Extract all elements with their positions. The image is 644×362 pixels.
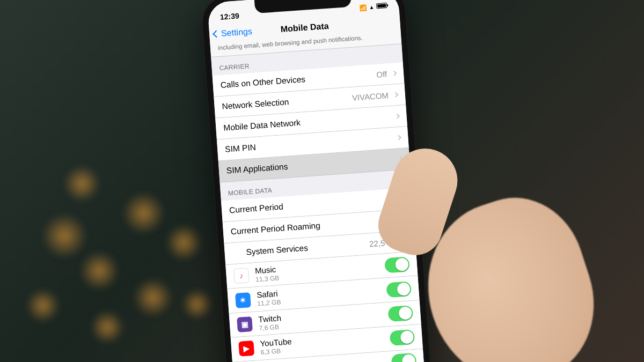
app-data-toggle[interactable]: [384, 256, 410, 273]
back-label: Settings: [221, 27, 252, 39]
status-time: 12:39: [219, 11, 239, 21]
row-label: SIM PIN: [225, 143, 257, 154]
app-usage: 11,2 GB: [257, 298, 281, 307]
app-data-toggle[interactable]: [386, 281, 412, 298]
cellular-signal-icon: [359, 3, 367, 12]
row-value: Off: [376, 69, 390, 79]
wifi-icon: [369, 2, 375, 11]
chevron-left-icon: [213, 30, 220, 38]
row-label: Network Selection: [222, 98, 289, 112]
chevron-right-icon: [392, 71, 397, 76]
chevron-right-icon: [394, 114, 400, 119]
chevron-right-icon: [404, 239, 409, 244]
chevron-right-icon: [398, 156, 403, 161]
app-data-toggle[interactable]: [387, 305, 413, 322]
music-app-icon: ♪: [233, 268, 250, 284]
app-usage: 11,3 GB: [255, 274, 280, 283]
chevron-right-icon: [396, 135, 401, 141]
chevron-right-icon: [393, 92, 398, 98]
app-usage: 7,6 GB: [259, 323, 282, 332]
row-label: Calls on Other Devices: [220, 75, 305, 90]
iphone-device: 12:39 Settings Mobile Data including ema…: [200, 0, 433, 362]
youtube-app-icon: ▶: [238, 341, 254, 357]
row-value: VIVACOM: [352, 91, 391, 102]
app-data-toggle[interactable]: [391, 352, 417, 362]
row-label: Current Period: [229, 202, 284, 216]
battery-icon: [376, 3, 387, 9]
row-label: System Services: [246, 243, 308, 257]
twitch-app-icon: ▣: [237, 316, 253, 333]
row-label: SIM Applications: [226, 162, 288, 176]
row-value: 22,5 GB: [369, 237, 401, 248]
row-label: Mobile Data Network: [223, 118, 301, 133]
app-usage: 6,3 GB: [260, 346, 292, 356]
back-button[interactable]: Settings: [209, 27, 253, 40]
row-label: Current Period Roaming: [230, 221, 320, 237]
safari-app-icon: ✶: [235, 292, 251, 308]
screen: 12:39 Settings Mobile Data including ema…: [207, 0, 426, 362]
app-data-toggle[interactable]: [390, 329, 415, 346]
